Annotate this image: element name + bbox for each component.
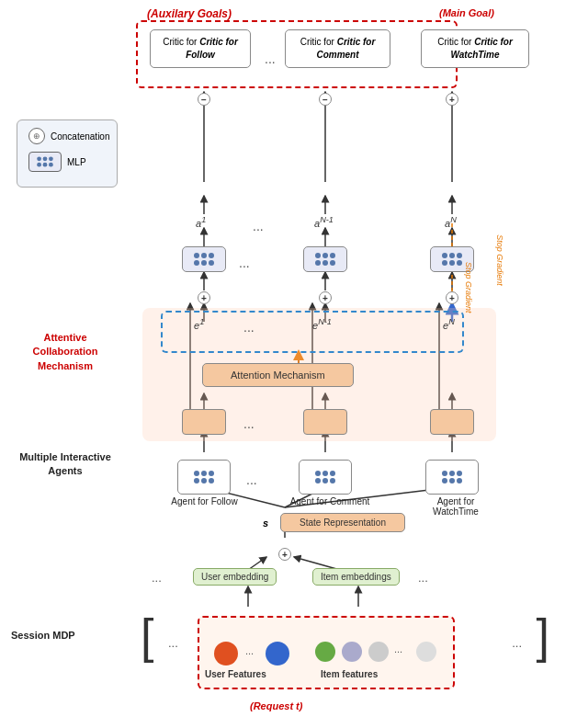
action-dots: ... xyxy=(253,219,264,233)
hN1-box xyxy=(303,409,347,435)
agent-watchtime-label: Agent for WatchTime xyxy=(413,496,498,517)
concat-icon: ⊕ xyxy=(28,128,45,144)
item-dots-inner: ... xyxy=(394,643,402,654)
state-plus-circle: + xyxy=(278,548,291,561)
critics-dots: ... xyxy=(265,51,276,66)
critic-comment-box: Critic for Critic for Comment xyxy=(285,29,390,68)
bracket-left: [ xyxy=(141,612,153,660)
session-mdp-label: Session MDP xyxy=(11,630,75,641)
user-dots: ... xyxy=(152,571,162,585)
session-area: [ ] ... ... ... User Features xyxy=(124,596,563,692)
plus-circle-n: + xyxy=(446,291,458,304)
minus-circle-follow: − xyxy=(198,93,210,106)
plus-circle-n1: + xyxy=(319,291,332,304)
critic-follow-label: Critic for Follow xyxy=(186,37,238,60)
bracket-dots-left: ... xyxy=(168,636,178,650)
hN-box xyxy=(430,409,474,435)
mlp-dots-sep: ... xyxy=(239,256,250,270)
e1-label: e1 xyxy=(194,317,204,331)
session-content-box: ... ... User Features Item features xyxy=(198,616,455,689)
item-circle-grey3 xyxy=(416,642,436,662)
legend-box: ⊕ Concatenation MLP xyxy=(17,119,118,188)
h1-box xyxy=(182,409,226,435)
plus-circle-watchtime: + xyxy=(446,93,458,106)
attentive-collaboration-label: Attentive Collaboration Mechanism xyxy=(11,331,119,373)
user-circle-orange xyxy=(214,642,238,665)
stop-gradient-text: Stop Gradient xyxy=(464,262,473,313)
action-aN: aN xyxy=(445,215,457,229)
mlp-node-1 xyxy=(182,246,226,272)
item-features-label: Item features xyxy=(321,669,378,679)
critic-watchtime-label: Critic for WatchTime xyxy=(451,37,513,60)
bracket-dots-right: ... xyxy=(512,636,522,650)
attention-mechanism-box: Attention Mechanism xyxy=(202,363,354,387)
mlp-legend: MLP xyxy=(28,152,106,172)
user-features-label: User Features xyxy=(205,669,266,679)
eN-label: eN xyxy=(443,317,455,331)
diagram-container: (Auxilary Goals) (Main Goal) Critic for … xyxy=(0,0,577,728)
item-embeddings-box: Item embeddings xyxy=(312,568,400,586)
agent-comment-label: Agent for Comment xyxy=(288,496,371,506)
session-item-dots: ... xyxy=(245,645,254,656)
action-a1: a1 xyxy=(196,215,206,229)
action-aN1: aN-1 xyxy=(314,215,334,229)
mlp-node-n1 xyxy=(303,246,347,272)
item-circle-grey2 xyxy=(368,642,389,662)
main-goal-label: (Main Goal) xyxy=(439,7,494,18)
concat-label: Concatenation xyxy=(51,131,110,142)
plus-circle-1: + xyxy=(198,291,210,304)
critic-follow-box: Critic for Critic for Follow xyxy=(150,29,251,68)
agent-watchtime-box xyxy=(425,460,479,495)
concat-legend: ⊕ Concatenation xyxy=(28,128,106,144)
agent-comment-box xyxy=(299,460,352,495)
mlp-label: MLP xyxy=(67,157,86,167)
stop-gradient-label: Stop Gradient xyxy=(495,234,504,286)
state-representation-box: State Representation xyxy=(280,513,405,532)
e-dots: ... xyxy=(243,320,255,335)
request-label: (Request t) xyxy=(250,700,302,711)
user-embedding-box: User embedding xyxy=(193,568,277,586)
multiple-interactive-agents-label: Multiple Interactive Agents xyxy=(11,450,119,479)
item-dots-right: ... xyxy=(418,571,428,585)
eN1-label: eN-1 xyxy=(312,317,332,331)
user-circle-blue xyxy=(266,642,289,665)
critic-watchtime-box: Critic for Critic for WatchTime xyxy=(421,29,529,68)
minus-circle-comment: − xyxy=(319,93,332,106)
s-label: s xyxy=(263,518,268,529)
item-circle-green xyxy=(315,642,335,662)
agent-follow-label: Agent for Follow xyxy=(165,496,243,506)
bracket-right: ] xyxy=(537,612,549,660)
critic-comment-label: Critic for Comment xyxy=(316,37,375,60)
agent-follow-box xyxy=(177,460,231,495)
aux-goals-label: (Auxilary Goals) xyxy=(147,7,232,20)
agent-dots: ... xyxy=(246,472,257,487)
h-dots: ... xyxy=(243,416,255,431)
mlp-icon xyxy=(28,152,62,172)
item-circle-grey1 xyxy=(342,642,362,662)
